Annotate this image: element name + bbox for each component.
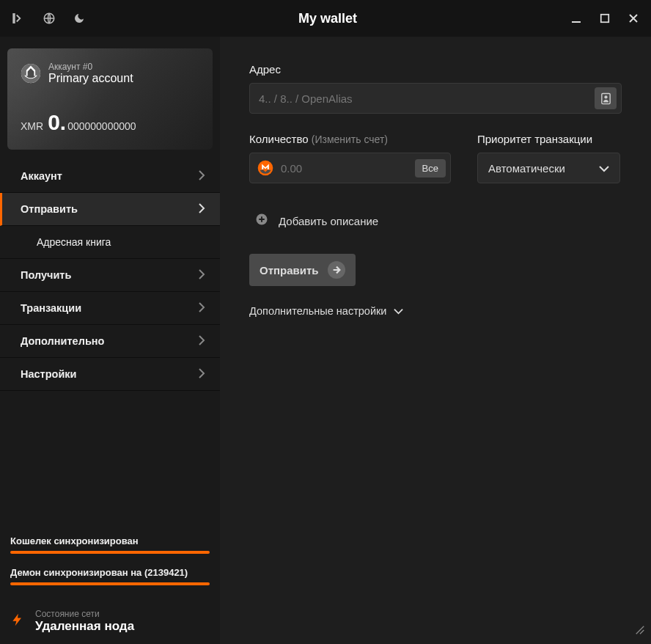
account-number: Аккаунт #0 [48, 62, 133, 72]
nav-label: Отправить [21, 203, 78, 215]
svg-rect-3 [601, 15, 609, 23]
amount-label: Количество (Изменить счет) [249, 133, 451, 145]
nav-label: Транзакции [21, 302, 81, 314]
nav-transactions[interactable]: Транзакции [0, 292, 220, 325]
addressbook-button[interactable] [595, 87, 617, 109]
nav-send[interactable]: Отправить [0, 193, 220, 226]
send-button-label: Отправить [260, 264, 319, 277]
balance-major: 0. [48, 110, 66, 135]
network-icon[interactable] [43, 12, 56, 25]
chevron-down-icon [599, 162, 609, 175]
plus-circle-icon [255, 213, 268, 229]
amount-input-wrap: Все [249, 153, 451, 183]
amount-sublabel[interactable]: (Изменить счет) [312, 133, 388, 145]
nav-label: Адресная книга [37, 236, 111, 248]
svg-point-6 [604, 95, 607, 98]
balance: XMR 0. 000000000000 [21, 110, 199, 135]
nav-label: Настройки [21, 368, 77, 380]
daemon-sync-label: Демон синхронизирован на (2139421) [10, 567, 210, 578]
chevron-right-icon [198, 335, 205, 348]
priority-select[interactable]: Автоматически [477, 153, 620, 183]
balance-minor: 000000000000 [67, 120, 136, 132]
window-title: My wallet [85, 11, 570, 26]
svg-rect-2 [572, 21, 581, 23]
network-status[interactable]: Состояние сети Удаленная нода [0, 609, 220, 644]
balance-currency: XMR [21, 120, 43, 132]
add-description-button[interactable]: Добавить описание [255, 213, 622, 229]
sync-section: Кошелек синхронизирован Демон синхронизи… [0, 535, 220, 609]
chevron-right-icon [198, 269, 205, 282]
monero-logo-icon [257, 160, 273, 176]
monero-logo-icon [21, 63, 41, 84]
send-button[interactable]: Отправить [249, 254, 356, 286]
titlebar: My wallet [0, 0, 651, 37]
wallet-sync-bar [10, 551, 210, 554]
nav-advanced[interactable]: Дополнительно [0, 325, 220, 358]
network-value: Удаленная нода [35, 619, 134, 634]
nav: Аккаунт Отправить Адресная книга Получит… [0, 160, 220, 391]
advanced-settings-toggle[interactable]: Дополнительные настройки [249, 305, 622, 317]
chevron-down-icon [394, 305, 403, 317]
add-description-label: Добавить описание [279, 215, 378, 227]
bolt-icon [10, 610, 25, 632]
amount-input[interactable] [281, 162, 408, 175]
chevron-right-icon [198, 170, 205, 183]
advanced-settings-label: Дополнительные настройки [249, 305, 386, 317]
priority-value: Автоматически [488, 162, 565, 175]
chevron-right-icon [198, 368, 205, 381]
priority-label: Приоритет транзакции [477, 133, 620, 145]
network-label: Состояние сети [35, 609, 134, 619]
nav-label: Получить [21, 269, 71, 281]
daemon-sync-bar [10, 582, 210, 585]
chevron-right-icon [198, 302, 205, 315]
nav-account[interactable]: Аккаунт [0, 160, 220, 193]
nav-addressbook[interactable]: Адресная книга [0, 226, 220, 259]
theme-moon-icon[interactable] [73, 12, 85, 24]
minimize-button[interactable] [570, 12, 582, 24]
svg-point-4 [21, 64, 40, 83]
account-name: Primary account [48, 72, 133, 85]
chevron-right-icon [198, 203, 205, 216]
lock-wallet-icon[interactable] [12, 12, 25, 25]
nav-label: Аккаунт [21, 170, 62, 182]
address-label: Адрес [249, 63, 622, 76]
arrow-right-icon [328, 261, 345, 279]
address-input-wrap [249, 83, 622, 114]
all-button[interactable]: Все [415, 159, 446, 178]
wallet-sync-label: Кошелек синхронизирован [10, 535, 210, 546]
nav-label: Дополнительно [21, 335, 104, 347]
nav-settings[interactable]: Настройки [0, 358, 220, 391]
svg-rect-0 [13, 14, 15, 23]
maximize-button[interactable] [600, 13, 610, 23]
close-button[interactable] [628, 12, 639, 24]
account-card[interactable]: Аккаунт #0 Primary account XMR 0. 000000… [7, 48, 213, 150]
content: Адрес Количество (Изменить счет) Все [220, 37, 651, 644]
sidebar: Аккаунт #0 Primary account XMR 0. 000000… [0, 37, 220, 644]
nav-receive[interactable]: Получить [0, 259, 220, 292]
resize-handle-icon[interactable] [635, 625, 645, 638]
address-input[interactable] [259, 92, 595, 105]
